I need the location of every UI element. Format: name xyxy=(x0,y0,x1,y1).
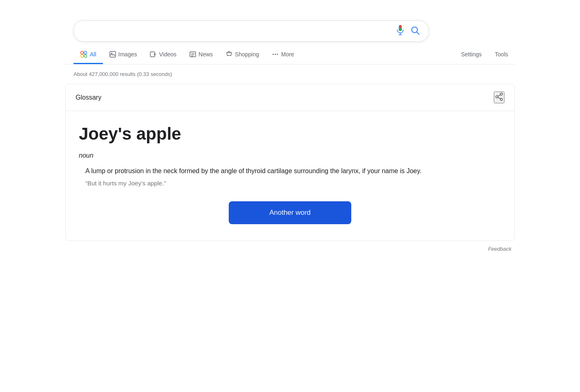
mic-button[interactable] xyxy=(396,25,405,38)
svg-line-25 xyxy=(498,97,500,99)
word-content: Joey's apple noun A lump or protrusion i… xyxy=(66,111,514,241)
tab-images-label: Images xyxy=(118,51,137,58)
tab-videos[interactable]: Videos xyxy=(143,46,183,64)
svg-point-24 xyxy=(500,98,503,101)
word-title: Joey's apple xyxy=(79,124,501,144)
search-input[interactable]: friends glossary xyxy=(82,27,396,36)
search-icons xyxy=(396,25,420,38)
nav-tabs: All Images Videos News Shop xyxy=(65,46,515,65)
svg-point-20 xyxy=(275,54,276,55)
word-example: “But it hurts my Joey’s apple.” xyxy=(79,180,501,187)
glossary-header: Glossary xyxy=(66,84,514,111)
tab-all[interactable]: All xyxy=(74,46,103,64)
word-part-of-speech: noun xyxy=(79,152,501,159)
svg-marker-14 xyxy=(154,53,156,56)
all-icon xyxy=(80,51,87,58)
svg-point-10 xyxy=(84,55,87,58)
nav-settings[interactable]: Settings xyxy=(455,46,489,64)
glossary-card-title: Glossary xyxy=(76,94,101,101)
svg-point-7 xyxy=(81,51,84,54)
shopping-icon xyxy=(226,51,232,58)
search-button[interactable] xyxy=(410,26,420,37)
videos-icon xyxy=(150,51,156,58)
search-bar-container: friends glossary xyxy=(65,20,515,42)
search-icon xyxy=(410,26,420,36)
tab-more-label: More xyxy=(281,51,294,58)
tab-news-label: News xyxy=(199,51,213,58)
svg-point-23 xyxy=(496,96,498,98)
tab-all-label: All xyxy=(90,51,96,58)
svg-rect-2 xyxy=(399,28,402,31)
svg-point-9 xyxy=(81,55,84,58)
another-word-button[interactable]: Another word xyxy=(229,201,351,224)
share-button[interactable] xyxy=(494,91,504,103)
news-icon xyxy=(190,51,196,58)
word-definition: A lump or protrusion in the neck formed … xyxy=(79,166,501,176)
svg-point-12 xyxy=(111,53,112,54)
search-bar: friends glossary xyxy=(74,20,429,42)
svg-line-26 xyxy=(498,95,500,96)
images-icon xyxy=(109,51,116,58)
tab-shopping[interactable]: Shopping xyxy=(219,46,265,64)
result-count-text: About 427,000,000 results (0.33 seconds) xyxy=(74,71,172,77)
mic-icon xyxy=(396,25,405,36)
result-count: About 427,000,000 results (0.33 seconds) xyxy=(65,71,515,77)
svg-point-21 xyxy=(277,54,278,55)
feedback-link[interactable]: Feedback xyxy=(488,246,511,252)
tab-videos-label: Videos xyxy=(159,51,176,58)
tab-more[interactable]: More xyxy=(265,46,301,64)
svg-line-6 xyxy=(417,32,419,34)
glossary-card: Glossary Joey's apple noun A lump or pro… xyxy=(65,84,515,241)
svg-point-22 xyxy=(500,93,503,96)
svg-point-8 xyxy=(84,51,87,54)
svg-point-19 xyxy=(273,54,274,55)
tab-shopping-label: Shopping xyxy=(235,51,259,58)
more-dots-icon xyxy=(272,51,279,58)
tab-images[interactable]: Images xyxy=(103,46,144,64)
feedback-row: Feedback xyxy=(65,245,515,252)
tab-news[interactable]: News xyxy=(183,46,219,64)
svg-rect-1 xyxy=(399,25,402,28)
share-icon xyxy=(495,92,504,101)
nav-tools[interactable]: Tools xyxy=(488,46,515,64)
